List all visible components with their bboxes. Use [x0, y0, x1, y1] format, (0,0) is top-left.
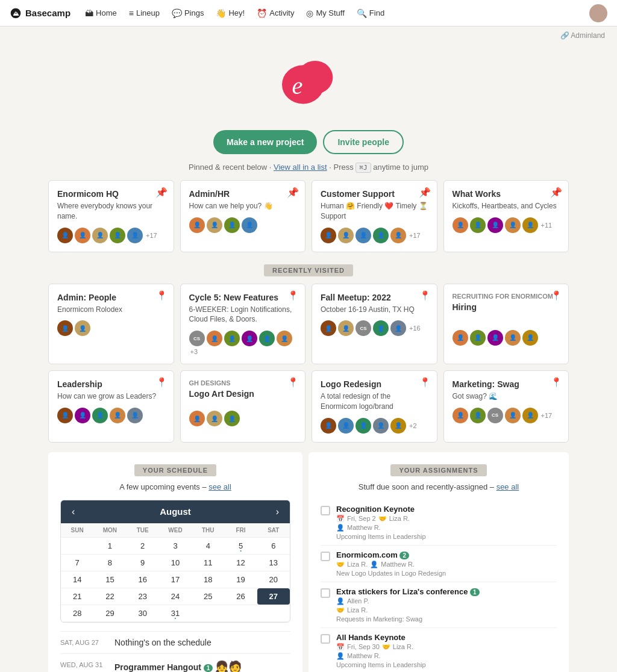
- card-avatars-0: 👤 👤 👤 👤 👤 +17: [57, 228, 165, 243]
- card-desc-0: Where everybody knows your name.: [57, 201, 165, 222]
- nav-user-avatar[interactable]: [589, 4, 607, 22]
- assignment-checkbox-3[interactable]: [321, 634, 330, 644]
- assignments-see-all-link[interactable]: see all: [496, 482, 519, 491]
- cal-day-18[interactable]: 18: [192, 571, 224, 588]
- cal-day-21[interactable]: 21: [61, 588, 93, 605]
- cal-day-9[interactable]: 9: [127, 555, 159, 571]
- assignment-checkbox-0[interactable]: [321, 506, 330, 515]
- assignment-project-1: New Logo Updates in Logo Redesign: [336, 570, 557, 577]
- recent-card-7[interactable]: 📍 Marketing: Swag Got swag? 🌊 👤 👤 CS 👤 👤…: [443, 370, 569, 443]
- cal-day-13[interactable]: 13: [257, 555, 290, 571]
- nav-lineup-label: Lineup: [136, 8, 160, 17]
- cal-day-30[interactable]: 30: [127, 605, 159, 622]
- assignment-meta-0b: 👤 Matthew R.: [336, 524, 557, 532]
- recent-card-5[interactable]: 📍 GH DESIGNS Logo Art Design 👤 👤 👤: [180, 370, 306, 443]
- avatar: 👤: [338, 228, 354, 243]
- recent-cards-grid: 📍 Admin: People Enormicom Rolodex 👤 👤 📍 …: [48, 284, 569, 443]
- schedule-see-all-link[interactable]: see all: [208, 482, 231, 491]
- cal-day-27[interactable]: 27: [257, 588, 290, 605]
- rc-avatars-4: 👤 👤 👤 👤 👤: [57, 408, 165, 423]
- avatar: 👤: [522, 217, 538, 233]
- cal-day-7[interactable]: 7: [61, 555, 93, 571]
- nav-logo[interactable]: ⛰ Basecamp: [10, 7, 70, 19]
- cal-day-20[interactable]: 20: [257, 571, 290, 588]
- recent-card-3[interactable]: 📍 RECRUITING FOR ENORMICOM Hiring 👤 👤 👤 …: [443, 284, 569, 365]
- avatar: 👤: [127, 408, 143, 423]
- pinned-card-2[interactable]: 📌 Customer Support Human 🤗 Friendly ❤️ T…: [312, 180, 437, 252]
- nav-activity[interactable]: ⏰ Activity: [252, 6, 299, 20]
- nav-pings[interactable]: 💬 Pings: [167, 6, 209, 20]
- recent-card-1[interactable]: 📍 Cycle 5: New Features 6-WEEKER: Login …: [180, 284, 306, 365]
- assignment-checkbox-1[interactable]: [321, 552, 330, 561]
- home-icon: 🏔: [85, 8, 93, 18]
- avatar: 👤: [355, 418, 371, 434]
- adminland-link[interactable]: 🔗 Adminland: [560, 31, 605, 40]
- cal-day-25[interactable]: 25: [192, 588, 224, 605]
- cal-day-26[interactable]: 26: [224, 588, 257, 605]
- unpin-icon-0: 📍: [156, 290, 168, 301]
- calendar-next-button[interactable]: ›: [272, 505, 283, 518]
- cal-day-23[interactable]: 23: [127, 588, 159, 605]
- avatar-icon-1: 👤: [370, 561, 378, 568]
- cal-day-15[interactable]: 15: [93, 571, 126, 588]
- card-avatars-1: 👤 👤 👤 👤: [189, 217, 297, 233]
- avatar: CS: [355, 320, 371, 336]
- assignment-body-2: Extra stickers for Liza's conference 1 👤…: [336, 587, 557, 623]
- cal-day-5[interactable]: 5: [224, 538, 257, 555]
- avatar: 👤: [338, 418, 354, 434]
- assignee-0: Liza R.: [389, 515, 410, 522]
- invite-people-button[interactable]: Invite people: [323, 130, 404, 154]
- pinned-cards-section: 📌 Enormicom HQ Where everybody knows you…: [0, 180, 617, 252]
- cal-day-14[interactable]: 14: [61, 571, 93, 588]
- avatar: 👤: [75, 228, 90, 243]
- cal-header-sun: SUN: [61, 523, 93, 538]
- cal-day-19[interactable]: 19: [224, 571, 257, 588]
- cal-day-12[interactable]: 12: [224, 555, 257, 571]
- avatar: 👤: [390, 418, 406, 434]
- nav-hey[interactable]: 👋 Hey!: [211, 6, 249, 20]
- pin-icon-0: 📌: [155, 187, 168, 198]
- cal-day-6[interactable]: 6: [257, 538, 290, 555]
- view-all-link[interactable]: View all in a list: [274, 163, 327, 172]
- nav-home[interactable]: 🏔 Home: [80, 6, 122, 20]
- cal-day-4[interactable]: 4: [192, 538, 224, 555]
- calendar-prev-button[interactable]: ‹: [68, 505, 78, 518]
- pinned-card-1[interactable]: 📌 Admin/HR How can we help you? 👋 👤 👤 👤 …: [180, 180, 306, 252]
- cal-day-8[interactable]: 8: [93, 555, 126, 571]
- cal-day-22[interactable]: 22: [93, 588, 126, 605]
- cal-day-3[interactable]: 3: [159, 538, 192, 555]
- pinned-card-0[interactable]: 📌 Enormicom HQ Where everybody knows you…: [48, 180, 174, 252]
- avatar: 👤: [522, 408, 538, 423]
- cal-day-1[interactable]: 1: [93, 538, 126, 555]
- evt-title-1: Programmer Hangout: [114, 662, 201, 672]
- cal-day-empty: [61, 538, 93, 555]
- cal-day-10[interactable]: 10: [159, 555, 192, 571]
- make-project-button[interactable]: Make a new project: [213, 130, 317, 154]
- recent-card-6[interactable]: 📍 Logo Redesign A total redesign of the …: [312, 370, 437, 443]
- nav-find[interactable]: 🔍 Find: [352, 6, 389, 20]
- cal-day-31[interactable]: 31: [159, 605, 192, 622]
- nav-find-label: Find: [369, 8, 384, 17]
- cal-day-17[interactable]: 17: [159, 571, 192, 588]
- hero-hint: Pinned & recent below · View all in a li…: [10, 163, 607, 173]
- cal-day-16[interactable]: 16: [127, 571, 159, 588]
- cal-day-28[interactable]: 28: [61, 605, 93, 622]
- recent-card-2[interactable]: 📍 Fall Meetup: 2022 October 16-19 Austin…: [312, 284, 437, 365]
- nav-mystuff[interactable]: ◎ My Stuff: [301, 6, 349, 20]
- cal-day-29[interactable]: 29: [93, 605, 126, 622]
- pinned-card-3[interactable]: 📌 What Works Kickoffs, Heartbeats, and C…: [443, 180, 569, 252]
- assignment-checkbox-2[interactable]: [321, 588, 330, 598]
- cal-header-wed: WED: [159, 523, 192, 538]
- nav-lineup[interactable]: ≡ Lineup: [124, 6, 164, 20]
- pin-icon-2: 📌: [419, 187, 431, 198]
- cal-day-24[interactable]: 24: [159, 588, 192, 605]
- recent-card-0[interactable]: 📍 Admin: People Enormicom Rolodex 👤 👤: [48, 284, 174, 365]
- unpin-icon-3: 📍: [551, 290, 562, 301]
- recent-card-4[interactable]: 📍 Leadership How can we grow as Leaders?…: [48, 370, 174, 443]
- calendar: ‹ August › SUN MON TUE WED THU FRI SAT 1…: [60, 500, 290, 623]
- cal-day-2[interactable]: 2: [127, 538, 159, 555]
- assignment-project-3: Upcoming Items in Leadership: [336, 661, 557, 668]
- assignment-meta-0: 📅 Fri, Sep 2 🤝 Liza R.: [336, 515, 557, 523]
- cal-day-11[interactable]: 11: [192, 555, 224, 571]
- schedule-subtext: A few upcoming events – see all: [60, 482, 290, 491]
